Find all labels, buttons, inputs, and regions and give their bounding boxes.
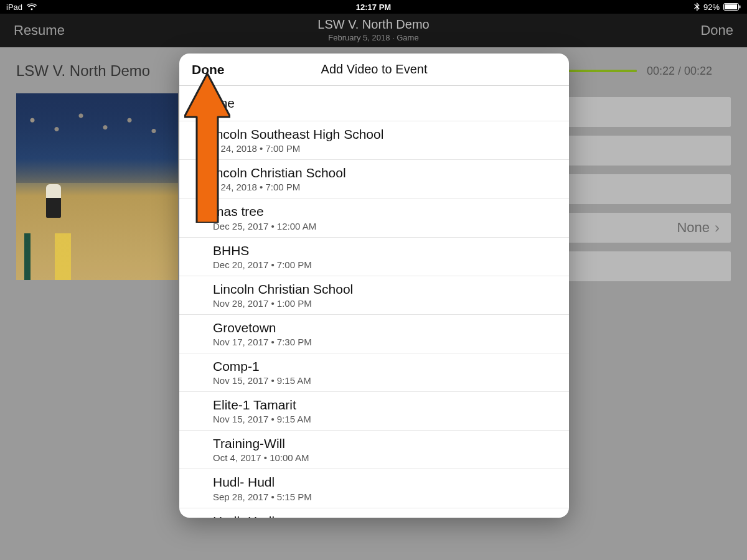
event-name: Elite-1 Tamarit	[213, 398, 558, 413]
event-field-value: None	[677, 220, 710, 236]
event-meta: n 24, 2018 • 7:00 PM	[213, 182, 558, 192]
nav-subtitle: February 5, 2018 · Game	[317, 33, 429, 42]
chevron-right-icon: ›	[715, 219, 720, 236]
event-list-item[interactable]: Training-WillOct 4, 2017 • 10:00 AM	[179, 431, 569, 469]
event-meta: Dec 20, 2017 • 7:00 PM	[213, 259, 558, 270]
event-meta: Nov 15, 2017 • 9:15 AM	[213, 414, 558, 424]
modal-done-button[interactable]: Done	[192, 62, 225, 77]
event-list-item[interactable]: Comp-1Nov 15, 2017 • 9:15 AM	[179, 353, 569, 392]
event-name: BHHS	[213, 243, 558, 258]
event-name: Grovetown	[213, 320, 558, 335]
event-name: Lincoln Christian School	[213, 282, 558, 297]
event-list-item[interactable]: Hudl- Hudl	[179, 508, 569, 518]
event-list[interactable]: oneincoln Southeast High Schooln 24, 201…	[179, 86, 569, 518]
modal-title: Add Video to Event	[179, 62, 569, 77]
clock: 12:17 PM	[356, 2, 391, 12]
device-label: iPad	[6, 2, 22, 12]
wifi-icon	[27, 3, 37, 11]
event-meta: Dec 25, 2017 • 12:00 AM	[213, 221, 558, 231]
event-list-item[interactable]: incoln Southeast High Schooln 24, 2018 •…	[179, 121, 569, 160]
event-name: mas tree	[213, 204, 558, 219]
resume-button[interactable]: Resume	[14, 22, 65, 39]
bluetooth-icon	[694, 2, 700, 11]
battery-percent: 92%	[703, 2, 720, 12]
event-list-item[interactable]: Lincoln Christian SchoolNov 28, 2017 • 1…	[179, 276, 569, 315]
svg-rect-1	[725, 4, 737, 9]
event-list-item[interactable]: one	[179, 86, 569, 121]
event-list-item[interactable]: GrovetownNov 17, 2017 • 7:30 PM	[179, 315, 569, 353]
event-meta: Sep 28, 2017 • 5:15 PM	[213, 492, 558, 502]
svg-rect-2	[740, 6, 741, 9]
nav-title: LSW V. North Demo	[317, 17, 429, 32]
event-name: Comp-1	[213, 359, 558, 374]
done-button[interactable]: Done	[700, 22, 733, 39]
timecode: 00:22 / 00:22	[647, 65, 712, 78]
event-list-item[interactable]: incoln Christian Schooln 24, 2018 • 7:00…	[179, 160, 569, 198]
modal-header: Done Add Video to Event	[179, 54, 569, 86]
event-list-item[interactable]: Hudl- HudlSep 28, 2017 • 5:15 PM	[179, 469, 569, 508]
page-title: LSW V. North Demo	[16, 62, 150, 80]
event-name: one	[213, 96, 558, 111]
status-bar: iPad 12:17 PM 92%	[0, 0, 747, 14]
event-name: Training-Will	[213, 436, 558, 451]
event-meta: Nov 17, 2017 • 7:30 PM	[213, 337, 558, 347]
event-meta: Nov 15, 2017 • 9:15 AM	[213, 375, 558, 386]
event-name: incoln Christian School	[213, 166, 558, 180]
nav-bar: Resume LSW V. North Demo February 5, 201…	[0, 14, 747, 47]
battery-icon	[723, 3, 741, 11]
event-meta: Oct 4, 2017 • 10:00 AM	[213, 452, 558, 463]
event-name: incoln Southeast High School	[213, 127, 558, 142]
add-video-modal: Done Add Video to Event oneincoln Southe…	[179, 54, 569, 518]
event-list-item[interactable]: Elite-1 TamaritNov 15, 2017 • 9:15 AM	[179, 392, 569, 431]
event-meta: n 24, 2018 • 7:00 PM	[213, 143, 558, 154]
event-name: Hudl- Hudl	[213, 475, 558, 490]
event-meta: Nov 28, 2017 • 1:00 PM	[213, 298, 558, 309]
video-thumbnail[interactable]	[16, 93, 178, 280]
event-list-item[interactable]: BHHSDec 20, 2017 • 7:00 PM	[179, 238, 569, 276]
event-list-item[interactable]: mas treeDec 25, 2017 • 12:00 AM	[179, 198, 569, 237]
event-name: Hudl- Hudl	[213, 514, 558, 518]
